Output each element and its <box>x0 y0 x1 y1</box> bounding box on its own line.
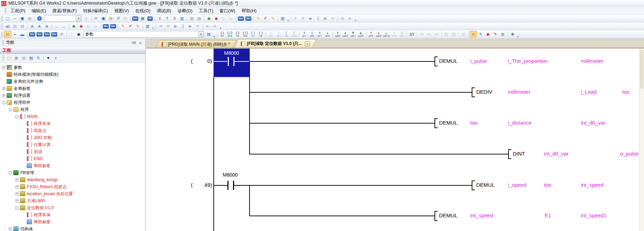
device-display3-icon[interactable]: Dev <box>43 31 51 38</box>
closed-contact-button[interactable]: ┤╱├sF5 <box>226 31 234 38</box>
line-branch-button[interactable]: └F10 <box>390 31 398 38</box>
contact-bar[interactable] <box>227 181 228 190</box>
lt3-icon[interactable]: 3L <box>204 23 211 29</box>
save-icon[interactable]: ▣ <box>19 15 26 22</box>
find-instruction-icon[interactable]: ◉ <box>213 15 220 22</box>
vertical-line-button[interactable]: │sF9 <box>275 31 283 38</box>
instruction-dediv[interactable]: DEDIV <box>476 89 492 95</box>
find-device-icon[interactable]: ◉ <box>205 15 213 22</box>
expand-icon[interactable]: + <box>15 178 19 182</box>
instruction-dint[interactable]: DINT <box>513 151 525 157</box>
sort-filter-arrow-icon[interactable]: ▾ <box>52 55 59 61</box>
data-property-icon[interactable]: ▤ <box>27 55 35 61</box>
help-disabled-icon[interactable]: ? <box>68 31 75 38</box>
device-comment-icon[interactable]: Dev <box>237 15 245 22</box>
delete-vline-button[interactable]: ╳cF10 <box>290 31 298 38</box>
note-edit-icon[interactable]: ✎ <box>134 23 141 29</box>
operand-int_d0_var[interactable]: int_d0_var <box>544 151 569 157</box>
coil-button[interactable]: ( )F7 <box>249 31 257 38</box>
cut-icon[interactable]: ✂ <box>92 15 100 22</box>
doc-disabled1-icon[interactable]: ▤ <box>11 23 19 29</box>
edit-pencil-icon[interactable]: ✎ <box>254 15 262 22</box>
expand-icon[interactable]: + <box>15 185 19 189</box>
hk-monitor-icon[interactable]: HK <box>146 15 154 22</box>
fb-insert2-icon[interactable]: ▭ <box>425 31 433 38</box>
instruction-demul[interactable]: DEMUL <box>476 182 495 188</box>
open-contact-button[interactable]: ┤├F5 <box>218 31 226 38</box>
plc-remote-icon[interactable]: ▥ <box>178 15 186 22</box>
device-monitor-icon[interactable]: Dev <box>132 15 139 22</box>
doc-find-icon[interactable]: ▤ <box>205 31 212 38</box>
comment-disabled2-icon[interactable]: ◫ <box>450 31 457 38</box>
application-instruction-button[interactable]: { }F8 <box>257 31 265 38</box>
tree-item--[interactable]: 全局软元件注释 <box>0 78 145 85</box>
plc-read-icon[interactable]: ⇑ <box>164 15 171 22</box>
pulse-contact-saf6-button[interactable]: ⇓saF6 <box>341 31 349 38</box>
monitor-window-icon[interactable]: ▥ <box>279 15 286 22</box>
operand-o_pulse[interactable]: o_pulse <box>620 151 639 157</box>
delete-line-button[interactable]: ╳aF9 <box>398 31 406 38</box>
monitor-mode-icon[interactable]: ▥ <box>144 23 151 29</box>
tree-item--[interactable]: 特殊模块(智能功能模块) <box>0 71 145 78</box>
plc-verify-icon[interactable]: ⇕ <box>171 15 178 22</box>
crossref-list-icon[interactable]: A <box>36 23 43 29</box>
operand-int_d0_var[interactable]: int_d0_var <box>581 120 605 126</box>
menu-item-5[interactable]: 视图(V) <box>111 7 132 14</box>
menu-item-2[interactable]: 编辑(E) <box>28 7 49 14</box>
lt4-icon[interactable]: 3L <box>211 23 219 29</box>
navigation-grip[interactable] <box>2 40 4 45</box>
new-data-icon[interactable]: ▢ <box>5 55 13 61</box>
device-use-list-icon[interactable]: A <box>43 23 51 29</box>
tree-item--[interactable]: +程序设置 <box>0 92 145 99</box>
menu-item-1[interactable]: 工程(P) <box>7 7 28 14</box>
expand-icon[interactable]: + <box>15 199 19 203</box>
menu-item-3[interactable]: 搜索/替换(F) <box>49 7 80 14</box>
mon-pause-icon[interactable]: ∥ <box>179 23 187 29</box>
sort-filter-icon[interactable]: ▼ <box>45 55 52 61</box>
tree-item-fx3u_return-[interactable]: +FX3U_Return 回原点 <box>0 183 145 190</box>
tree-item--[interactable]: +全局标签 <box>0 85 145 92</box>
falling-pulse-button[interactable]: ↓sF8 <box>308 31 316 38</box>
tree-item--[interactable]: -程序部件 <box>0 99 145 106</box>
paste-data-icon[interactable]: ▤ <box>20 55 27 61</box>
menu-item-7[interactable]: 调试(B) <box>153 7 174 14</box>
expand-icon[interactable]: + <box>2 87 5 90</box>
expand-icon[interactable]: + <box>2 66 5 69</box>
comment-disabled3-icon[interactable]: ◫ <box>460 31 467 38</box>
tree-item--[interactable]: +参数 <box>0 64 145 71</box>
menu-item-9[interactable]: 工具(T) <box>195 7 216 14</box>
doc-disabled2-icon[interactable]: ▤ <box>19 23 26 29</box>
invert-result-button[interactable]: ↑aF5 <box>367 31 375 38</box>
logic-test1-icon[interactable]: 3L <box>339 15 346 22</box>
pulse-result-button[interactable]: ↓caF5 <box>375 31 383 38</box>
edit-insert-icon[interactable]: ✎ <box>269 15 277 22</box>
jump-prev-icon[interactable]: ← <box>60 23 68 29</box>
tree-item-location_jisuan-[interactable]: +location_jisuan 当前位置 <box>0 190 145 197</box>
collapse-icon[interactable]: - <box>15 206 19 210</box>
operand-too[interactable]: too <box>470 120 478 126</box>
menu-item-10[interactable]: 窗口(W) <box>216 7 238 14</box>
scrollbar-thumb[interactable] <box>640 50 643 88</box>
device-display4-icon[interactable]: Dev <box>51 31 58 38</box>
tree-item--[interactable]: 局部标签 <box>0 162 145 169</box>
tab-close-icon[interactable]: × <box>305 41 310 46</box>
toolbar1-overflow-icon[interactable]: ▾ <box>286 19 290 22</box>
delete-hline-button[interactable]: ╳cF9 <box>283 31 290 38</box>
instruction-demul[interactable]: DEMUL <box>439 212 458 218</box>
document-tab-2[interactable]: [FB]读取 定位数据 V1.0 (只...× <box>234 39 316 48</box>
operand-i_lead[interactable]: i_Lead <box>581 89 597 95</box>
edit-jump-icon[interactable]: ✐ <box>262 15 269 22</box>
operand-e1[interactable]: E1 <box>545 212 551 218</box>
quick-find-combo[interactable]: ▼ <box>44 15 82 22</box>
operand-int_speed1[interactable]: int_speed1 <box>581 212 606 218</box>
operand-i_pulse[interactable]: i_pulse <box>470 58 487 64</box>
tree-item--[interactable]: 回原点 <box>0 127 145 134</box>
operand-i_distance[interactable]: i_distance <box>508 120 532 126</box>
mon-play-icon[interactable]: ▶ <box>172 23 179 29</box>
collapse-icon[interactable]: - <box>9 171 12 174</box>
tree-item-fb-[interactable]: -FB管理 <box>0 169 145 176</box>
editor-vertical-scrollbar[interactable] <box>639 48 644 231</box>
copy-icon[interactable]: ▣ <box>100 15 107 22</box>
paste-icon[interactable]: ▤ <box>107 15 114 22</box>
find-red-icon[interactable]: ◉ <box>484 31 492 38</box>
